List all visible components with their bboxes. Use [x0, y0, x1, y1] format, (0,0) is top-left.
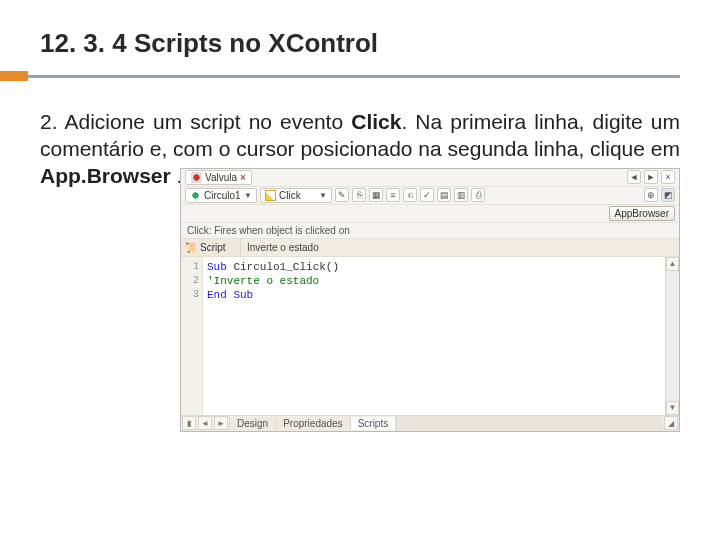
toolbar-button[interactable]: ▦: [369, 188, 383, 202]
file-tab-bar: Valvula × ◄ ► ×: [181, 169, 679, 187]
close-all-icon[interactable]: ×: [661, 170, 675, 184]
accent-block: [0, 71, 28, 81]
tab-scripts[interactable]: Scripts: [351, 417, 397, 430]
appbrowser-button[interactable]: AppBrowser: [609, 206, 675, 221]
object-dropdown-value: Circulo1: [204, 190, 241, 201]
close-icon[interactable]: ×: [240, 172, 246, 183]
nav-right-icon[interactable]: ►: [644, 170, 658, 184]
toolbar-button[interactable]: ⎘: [352, 188, 366, 202]
toolbar-button[interactable]: ▥: [454, 188, 468, 202]
script-description: Inverte o estado: [241, 242, 679, 253]
toolbar-button[interactable]: ✎: [335, 188, 349, 202]
scroll-left-icon[interactable]: ◄: [198, 416, 212, 430]
tab-valvula[interactable]: Valvula ×: [185, 170, 252, 185]
toolbar-highlight-button[interactable]: ◩: [661, 188, 675, 202]
code-area: 1 2 3 Sub Circulo1_Click() 'Inverte o es…: [181, 257, 679, 415]
chevron-down-icon: ▼: [244, 191, 252, 200]
scroll-up-icon[interactable]: ▲: [666, 257, 679, 271]
toolbar-button[interactable]: ✓: [420, 188, 434, 202]
code-editor[interactable]: Sub Circulo1_Click() 'Inverte o estado E…: [203, 257, 665, 415]
line-gutter: 1 2 3: [181, 257, 203, 415]
toolbar-button[interactable]: ≡: [386, 188, 400, 202]
appbrowser-row: AppBrowser: [181, 205, 679, 223]
bolt-icon: [265, 190, 276, 201]
toolbar-button[interactable]: ⊕: [644, 188, 658, 202]
ide-window: Valvula × ◄ ► × Circulo1 ▼ Click ▼: [180, 168, 680, 432]
script-column-label: Script: [200, 242, 226, 253]
circle-icon: [190, 190, 201, 201]
scroll-right-icon[interactable]: ►: [214, 416, 228, 430]
event-description: Click: Fires when object is clicked on: [181, 223, 679, 239]
event-dropdown[interactable]: Click ▼: [260, 188, 332, 203]
nav-left-icon[interactable]: ◄: [627, 170, 641, 184]
split-icon[interactable]: ▮: [182, 416, 196, 430]
horizontal-scrollbar[interactable]: [396, 416, 663, 431]
script-header: 📜 Script Inverte o estado: [181, 239, 679, 257]
tab-propriedades[interactable]: Propriedades: [276, 417, 350, 430]
divider: [28, 75, 680, 78]
toolbar-button[interactable]: ▤: [437, 188, 451, 202]
tab-design[interactable]: Design: [230, 417, 276, 430]
slide-title: 12. 3. 4 Scripts no XControl: [40, 28, 680, 59]
footer-bar: ▮ ◄ ► Design Propriedades Scripts ◢: [181, 415, 679, 431]
object-dropdown[interactable]: Circulo1 ▼: [185, 188, 257, 203]
chevron-down-icon: ▼: [319, 191, 327, 200]
valve-icon: [191, 172, 202, 183]
resize-grip-icon[interactable]: ◢: [664, 416, 678, 430]
toolbar-button[interactable]: ⎙: [471, 188, 485, 202]
script-toolbar: Circulo1 ▼ Click ▼ ✎ ⎘ ▦ ≡ ⎌ ✓ ▤ ▥ ⎙ ⊕: [181, 187, 679, 205]
script-icon: 📜: [185, 242, 197, 253]
toolbar-button[interactable]: ⎌: [403, 188, 417, 202]
event-dropdown-value: Click: [279, 190, 301, 201]
scroll-down-icon[interactable]: ▼: [666, 401, 679, 415]
tab-label: Valvula: [205, 172, 237, 183]
vertical-scrollbar[interactable]: ▲ ▼: [665, 257, 679, 415]
